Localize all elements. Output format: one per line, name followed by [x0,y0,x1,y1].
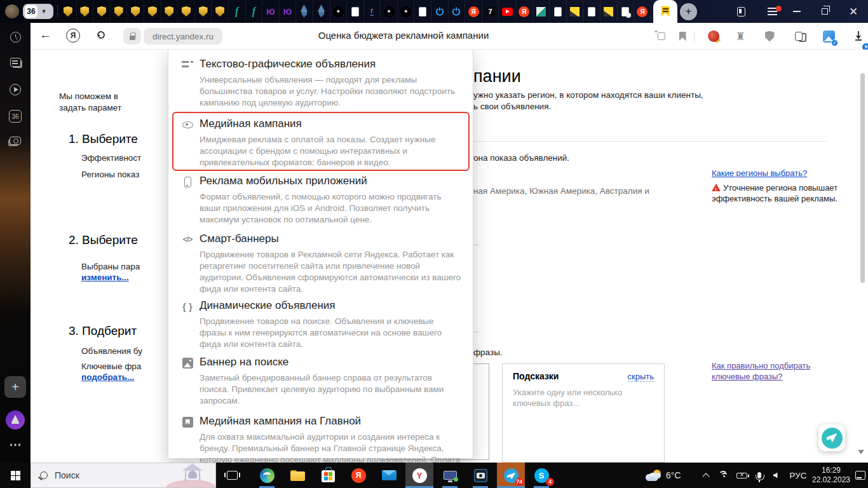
tab-youtube-icon[interactable] [499,0,516,23]
image-extension-button[interactable]: ✓ [817,23,840,50]
tray-expand-button[interactable] [698,463,714,488]
adblock-extension-button[interactable] [759,23,780,50]
tray-weather[interactable]: 6°C [646,463,695,488]
tab-yellow-picture-icon[interactable] [600,0,618,23]
tab-grad-cap-icon[interactable] [313,0,330,23]
extension-castle-button[interactable]: ♜ [729,23,751,50]
tray-volume-button[interactable] [768,463,787,488]
tab-power-icon[interactable] [431,0,449,23]
start-button[interactable] [0,463,31,488]
refresh-button[interactable] [95,29,107,43]
campaign-type-media-highlighted[interactable]: Медийная кампания Имиджевая реклама с оп… [168,117,473,168]
tab-seven-icon[interactable]: 7 [482,0,499,23]
tab-purple-yu-icon[interactable]: Ю [262,0,280,23]
site-security-button[interactable] [123,28,141,44]
tab-teal-diagonal-icon[interactable] [533,0,550,23]
tab-document-icon[interactable] [583,0,600,23]
taskbar-remote-desktop-button[interactable] [436,463,464,488]
tab-black-diamond-icon[interactable]: ✦ [381,0,398,23]
hints-hide-link[interactable]: скрыть [628,372,654,382]
taskbar-yandex-browser-button[interactable]: Y [405,463,433,488]
active-tab-yandex-direct[interactable] [653,0,677,23]
browser-menu-button[interactable] [761,0,783,23]
tab-document-icon[interactable] [347,0,364,23]
tab-gold-shield-icon[interactable] [127,0,144,23]
extension-seal-button[interactable] [703,23,724,50]
taskbar-screenshot-button[interactable] [466,463,494,488]
tab-letter-icon[interactable]: г [364,0,381,23]
taskbar-yandex-app-button[interactable]: Я [344,463,372,488]
scrollbar-thumb[interactable] [860,73,865,283]
tray-clock[interactable]: 16:29 22.02.2023 [811,463,851,488]
close-window-button[interactable]: ✕ [844,0,863,23]
pick-phrases-link[interactable]: подобрать... [81,372,134,383]
back-button[interactable]: ← [39,28,51,42]
screenshot-button[interactable] [0,137,31,145]
tray-microphone-button[interactable] [751,463,768,488]
history-button[interactable] [0,32,31,43]
action-center-button[interactable] [853,463,868,488]
tab-gold-shield-icon[interactable] [178,0,195,23]
tab-black-diamond-icon[interactable]: ✦ [330,0,348,23]
campaign-type-mobile-apps[interactable]: Реклама мобильных приложений Формат объя… [168,174,473,226]
side-panel-toggle-button[interactable] [732,0,750,23]
regions-help-link[interactable]: Какие регионы выбрать? [712,168,807,179]
tab-gold-shield-icon[interactable] [144,0,161,23]
restore-window-button[interactable] [816,0,834,23]
taskbar-search-box[interactable]: Поиск [31,463,216,488]
tab-black-diamond-icon[interactable]: ✦ [398,0,415,23]
yandex-home-button[interactable]: Я [66,29,80,43]
tab-counter-button[interactable]: 36 ▼ [23,4,53,19]
tab-teal-f-icon[interactable]: f [229,0,246,23]
tab-yellow-picture-icon[interactable] [567,0,584,23]
collections-button[interactable] [788,23,810,50]
assistant-fab-button[interactable] [818,424,845,451]
share-tab-button[interactable] [653,23,670,50]
video-button[interactable] [0,84,31,95]
tab-document-icon[interactable] [550,0,567,23]
tray-language-button[interactable]: РУС [787,463,810,488]
downloads-button[interactable]: 9 [846,23,868,50]
tab-gold-shield-icon[interactable] [161,0,179,23]
campaign-type-search-banner[interactable]: Баннер на поиске Заметный брендированный… [168,355,473,407]
alice-assistant-button[interactable] [0,410,31,430]
tab-yandex-red-icon[interactable]: Я [516,0,533,23]
tab-power-icon[interactable] [449,0,466,23]
taskbar-store-button[interactable] [314,463,342,488]
tab-gold-shield-icon[interactable] [212,0,229,23]
address-bar[interactable]: direct.yandex.ru [144,28,222,44]
tray-power-button[interactable] [732,463,751,488]
campaign-type-text-graphic[interactable]: Текстово-графические объявления Универса… [168,57,473,109]
tab-gold-shield-icon[interactable] [195,0,212,23]
change-parameters-link[interactable]: изменить... [81,272,129,283]
tab-document-icon[interactable] [414,0,431,23]
taskbar-explorer-button[interactable] [283,463,311,488]
campaign-type-dynamic-ads[interactable]: { } Динамические объявления Продвижение … [168,299,473,350]
taskbar-telegram-button[interactable]: 74 [497,463,525,488]
tab-gold-shield-icon[interactable] [60,0,77,23]
tab-grad-cap-icon[interactable] [296,0,313,23]
tab-gold-shield-icon[interactable] [93,0,111,23]
tab-teal-f-icon[interactable]: f [246,0,263,23]
task-view-button[interactable] [219,463,245,488]
tab-yandex-red-icon[interactable]: Я [634,0,651,23]
minimize-button[interactable] [788,0,806,23]
scroll-down-arrow[interactable] [858,450,864,454]
tab-document-badge-icon[interactable] [618,0,635,23]
tab-gold-shield-icon[interactable] [111,0,128,23]
taskbar-skype-button[interactable]: S4 [527,463,555,488]
profile-avatar[interactable] [5,4,19,18]
tray-network-button[interactable] [714,463,732,488]
sidebar-more-button[interactable] [0,444,31,446]
campaign-type-smart-banners[interactable]: </> Смарт-баннеры Продвижение товаров в … [168,232,473,295]
taskbar-edge-button[interactable] [253,463,281,488]
campaign-type-media-homepage[interactable]: Медийная кампания на Главной Для охвата … [168,414,473,463]
taskbar-mail-button[interactable] [375,463,403,488]
new-tab-button[interactable]: + [680,3,697,20]
bookmark-button[interactable] [675,23,690,50]
sidebar-add-button[interactable]: + [0,376,31,398]
tab-purple-yu-icon[interactable]: Ю [280,0,297,23]
tab-yandex-red-icon[interactable]: Я [465,0,482,23]
feed-button[interactable] [0,58,31,67]
phrases-help-link[interactable]: Как правильно подбирать ключевые фразы? [712,360,836,382]
